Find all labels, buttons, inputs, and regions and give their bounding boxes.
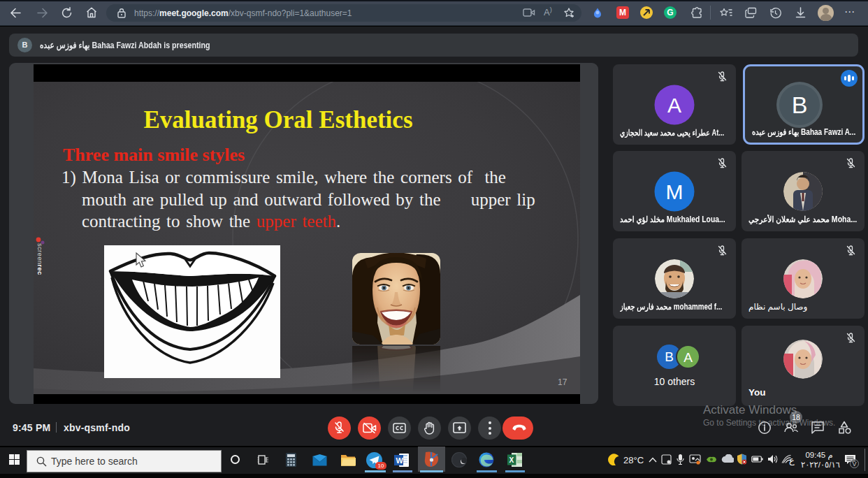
svg-text:X: X — [509, 456, 514, 464]
svg-text:W: W — [396, 456, 404, 465]
